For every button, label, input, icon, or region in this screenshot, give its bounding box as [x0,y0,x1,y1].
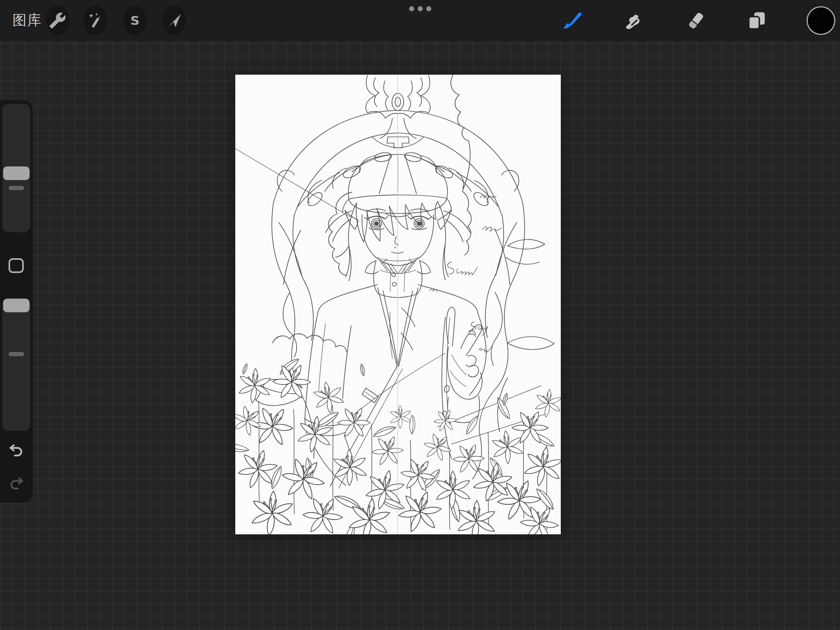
brush-opacity-slider[interactable] [2,298,30,431]
vine-arch [273,110,398,215]
magic-wand-icon [86,12,104,30]
smudge-tool-button[interactable] [616,0,651,41]
flower-stems [259,401,547,530]
paintbrush-icon [561,10,583,32]
artwork-lines [235,75,561,534]
right-arm-and-hand [441,307,486,459]
brush-opacity-marker [9,352,24,356]
brush-sidebar [0,100,33,502]
ellipsis-dot [409,6,414,11]
move-arrow-icon [165,12,183,30]
eraser-icon [685,10,707,32]
paint-tool-button[interactable] [554,0,589,41]
actions-button[interactable] [46,5,69,35]
canvas-artwork [235,75,561,534]
modify-button[interactable] [9,258,24,273]
undo-button[interactable] [0,437,33,464]
brush-size-slider[interactable] [2,104,30,232]
redo-arrow-icon [7,475,25,493]
color-swatch-button[interactable] [803,0,838,41]
brush-size-marker [9,186,24,190]
transform-button[interactable] [163,5,186,35]
selection-button[interactable]: S [123,5,147,35]
redo-button[interactable] [0,470,33,497]
gallery-button[interactable]: 图库 [10,0,44,41]
selection-s-icon: S [126,12,144,30]
layers-icon [746,10,768,32]
ellipsis-dot [426,6,431,11]
ellipsis-dot [418,6,423,11]
adjustments-button[interactable] [84,5,107,35]
brush-opacity-thumb[interactable] [3,299,30,312]
backdrop-outline [273,75,471,352]
layers-button[interactable] [739,0,774,41]
brush-size-thumb[interactable] [3,166,30,180]
wrench-icon [49,12,66,30]
color-circle [807,6,835,35]
smudge-hand-icon [623,10,645,32]
top-toolbar: 图库 S [0,0,840,41]
undo-arrow-icon [7,442,25,460]
svg-text:S: S [130,13,139,28]
window-handle-button[interactable] [406,0,434,17]
drawing-canvas[interactable] [235,75,561,534]
erase-tool-button[interactable] [679,0,714,41]
